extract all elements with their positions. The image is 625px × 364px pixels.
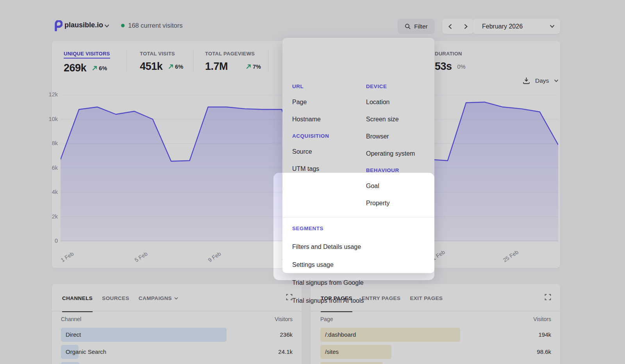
segment-item-settings-usage[interactable]: Settings usage — [292, 261, 429, 269]
metric-value: 269k — [64, 62, 86, 74]
metric-change: 7% — [253, 64, 261, 70]
metric-change: 0% — [457, 64, 466, 70]
download-icon[interactable] — [523, 77, 530, 84]
row-bar — [61, 362, 79, 364]
segments-section-title: SEGMENTS — [292, 226, 429, 233]
stat-divider — [193, 50, 193, 72]
row-value: 24.1k — [278, 345, 293, 359]
segments-section: SEGMENTS Filters and Details usageSettin… — [292, 226, 429, 315]
segment-item-trial-signups-from-google[interactable]: Trial signups from Google — [292, 279, 429, 287]
filter-section-title-url: URL — [292, 83, 361, 91]
filter-button[interactable]: Filter — [398, 19, 435, 34]
current-visitors[interactable]: 168 current visitors — [121, 22, 182, 29]
trend-up-icon — [246, 64, 251, 69]
row-label[interactable]: /:dashboard — [325, 328, 356, 342]
stat-divider — [268, 50, 268, 72]
pages-table: /:dashboard194k/sites98.6k — [320, 328, 551, 364]
metric-visit-duration[interactable]: DURATION 53s 0% — [435, 50, 466, 73]
row-value: 236k — [280, 328, 293, 342]
filter-section-title-behaviour: BEHAVIOUR — [366, 167, 434, 175]
channels-tabs: CHANNELSSOURCESCAMPAIGNS — [62, 294, 178, 302]
metric-total-pageviews[interactable]: TOTAL PAGEVIEWS 1.7M 7% — [205, 50, 261, 73]
row-label[interactable]: /sites — [325, 345, 339, 359]
stat-divider — [127, 50, 127, 72]
channels-table: Direct236kOrganic Search24.1k — [61, 328, 293, 364]
filter-item-browser[interactable]: Browser — [366, 133, 434, 141]
next-period-button[interactable] — [461, 22, 471, 31]
table-row-clipped — [320, 362, 551, 364]
y-axis-label: 2k — [41, 213, 58, 220]
expand-icon[interactable] — [545, 294, 551, 300]
metric-unique-visitors[interactable]: UNIQUE VISITORS 269k 6% — [64, 50, 110, 74]
metric-label: TOTAL VISITS — [140, 51, 175, 57]
filter-item-operating-system[interactable]: Operating system — [366, 150, 434, 158]
filter-item-property[interactable]: Property — [366, 200, 434, 208]
table-row[interactable]: /:dashboard194k — [320, 328, 551, 342]
row-value: 194k — [538, 328, 551, 342]
metric-label: DURATION — [435, 51, 462, 57]
chevron-down-icon — [174, 297, 178, 300]
filter-menu-column-1: URLPageHostnameACQUISITIONSourceUTM tags — [292, 83, 361, 183]
current-visitors-label: 168 current visitors — [128, 22, 182, 29]
segment-item-filters-and-details-usage[interactable]: Filters and Details usage — [292, 243, 429, 251]
channels-tab-campaigns[interactable]: CAMPAIGNS — [139, 294, 178, 302]
filter-item-location[interactable]: Location — [366, 99, 434, 107]
date-range-label: February 2026 — [482, 23, 550, 30]
column-header: Visitors — [61, 315, 293, 323]
metric-value: 1.7M — [205, 60, 228, 73]
metric-total-visits[interactable]: TOTAL VISITS 451k 6% — [140, 50, 183, 73]
live-dot-icon — [121, 24, 125, 27]
date-range-picker[interactable]: February 2026 — [473, 19, 560, 34]
previous-period-button[interactable] — [445, 22, 455, 31]
trend-up-icon — [168, 64, 173, 69]
table-row-clipped — [61, 362, 293, 364]
chart-toolbar: Days — [523, 77, 559, 84]
menu-divider — [282, 217, 434, 218]
row-label[interactable]: Direct — [66, 328, 81, 342]
filter-item-hostname[interactable]: Hostname — [292, 116, 361, 124]
trend-up-icon — [92, 66, 97, 71]
chevron-down-icon[interactable] — [104, 24, 109, 28]
search-icon — [405, 23, 411, 30]
expand-icon[interactable] — [286, 294, 293, 300]
y-axis-label: 10k — [41, 116, 58, 122]
row-label[interactable]: Organic Search — [66, 345, 106, 359]
interval-select[interactable]: Days — [535, 77, 549, 84]
filter-item-screen-size[interactable]: Screen size — [366, 116, 434, 124]
chevron-down-icon — [554, 79, 559, 82]
y-axis-label: 6k — [41, 165, 58, 171]
y-axis-label: 0 — [41, 238, 58, 244]
y-axis-label: 4k — [41, 189, 58, 195]
metric-value: 53s — [435, 60, 452, 73]
table-row[interactable]: Organic Search24.1k — [61, 345, 293, 359]
filter-item-goal[interactable]: Goal — [366, 183, 434, 190]
tab-divider — [52, 311, 302, 311]
channels-tab-channels[interactable]: CHANNELS — [62, 294, 93, 302]
row-bar — [320, 362, 383, 364]
filter-item-source[interactable]: Source — [292, 148, 361, 156]
chevron-down-icon — [550, 25, 555, 28]
filter-section-title-device: DEVICE — [366, 83, 434, 91]
filter-menu-column-2: DEVICELocationScreen sizeBrowserOperatin… — [366, 83, 434, 217]
y-axis-label: 8k — [41, 140, 58, 146]
plausible-logo — [54, 20, 62, 31]
filter-section-title-acquisition: ACQUISITION — [292, 133, 361, 141]
period-nav — [442, 19, 473, 34]
filter-button-label: Filter — [414, 23, 427, 30]
site-name[interactable]: plausible.io — [64, 21, 103, 29]
metric-change: 6% — [99, 65, 107, 71]
filter-dropdown-menu: URLPageHostnameACQUISITIONSourceUTM tags… — [282, 38, 434, 273]
plausible-dashboard: plausible.io 168 current visitors Filter… — [0, 0, 625, 364]
filter-item-page[interactable]: Page — [292, 99, 361, 107]
row-bar — [61, 328, 227, 342]
filter-item-utm-tags[interactable]: UTM tags — [292, 165, 361, 173]
table-row[interactable]: Direct236k — [61, 328, 293, 342]
segment-item-trial-signups-from-ai-tools[interactable]: Trial signups from AI tools — [292, 297, 429, 305]
metric-label: UNIQUE VISITORS — [64, 51, 110, 59]
row-value: 98.6k — [537, 345, 551, 359]
column-header: Visitors — [320, 315, 551, 323]
channels-tab-sources[interactable]: SOURCES — [102, 294, 129, 302]
metric-change: 6% — [175, 64, 183, 70]
table-row[interactable]: /sites98.6k — [320, 345, 551, 359]
metric-value: 451k — [140, 60, 162, 73]
